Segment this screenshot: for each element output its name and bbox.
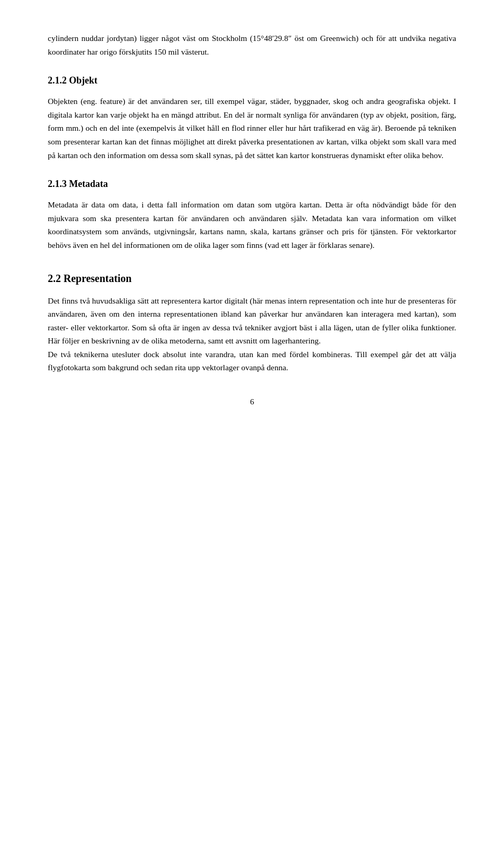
section-2-1-3-para1: Metadata är data om data, i detta fall i… <box>48 198 456 252</box>
page-container: cylindern nuddar jordytan) ligger något … <box>0 0 504 866</box>
intro-paragraph: cylindern nuddar jordytan) ligger något … <box>48 32 456 58</box>
section-2-2-heading: 2.2 Representation <box>48 271 456 286</box>
section-2-1-2-para1: Objekten (eng. feature) är det användare… <box>48 95 456 162</box>
section-2-2-para2: De två teknikerna utesluter dock absolut… <box>48 348 456 374</box>
section-2-2-para1: Det finns två huvudsakliga sätt att repr… <box>48 294 456 348</box>
page-number: 6 <box>48 395 456 409</box>
section-2-1-2-heading: 2.1.2 Objekt <box>48 74 456 87</box>
section-2-1-3-heading: 2.1.3 Metadata <box>48 178 456 191</box>
